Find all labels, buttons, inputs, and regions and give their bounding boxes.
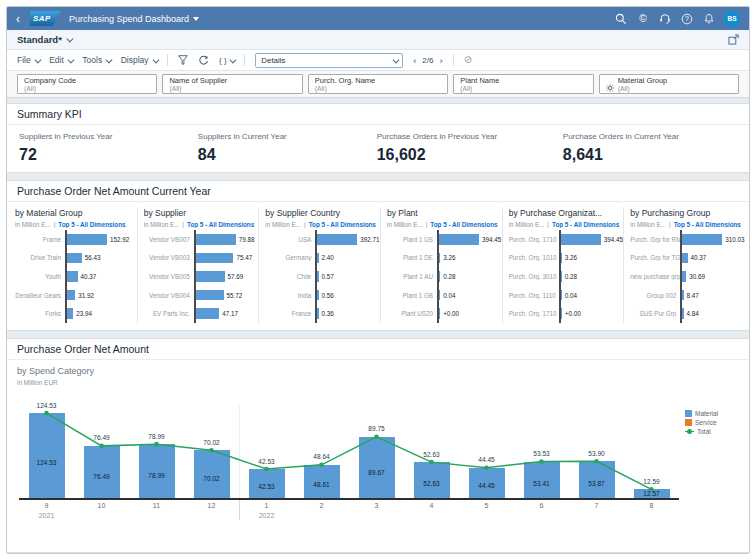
menu-edit[interactable]: Edit bbox=[49, 55, 72, 65]
filter-name-of-supplier[interactable]: Name of Supplier(All) bbox=[162, 74, 302, 94]
menu-display[interactable]: Display bbox=[121, 55, 157, 65]
mini-bar[interactable] bbox=[439, 234, 479, 245]
menu-tools[interactable]: Tools bbox=[82, 55, 110, 65]
mini-category-label: new purchase grp bbox=[630, 273, 680, 280]
mini-category-label: Purch. Grp for RM bbox=[630, 236, 680, 243]
mini-bar[interactable] bbox=[682, 253, 687, 264]
mini-bar[interactable] bbox=[67, 271, 78, 282]
mini-bar[interactable] bbox=[317, 253, 318, 264]
mini-bar-track: 47.17 bbox=[194, 304, 256, 323]
help-icon[interactable]: ? bbox=[680, 12, 694, 26]
mini-value-label: 3.26 bbox=[443, 254, 455, 261]
mini-bar[interactable] bbox=[317, 271, 318, 282]
top5-all-dimensions-link[interactable]: Top 5 - All Dimensions bbox=[430, 221, 497, 228]
mini-category-label: Chile bbox=[265, 273, 315, 280]
mini-bar[interactable] bbox=[67, 234, 107, 245]
mini-bar[interactable] bbox=[317, 290, 318, 301]
mini-bar-track: 3.26 bbox=[559, 249, 621, 268]
headset-icon[interactable] bbox=[658, 12, 672, 26]
filter-material-group[interactable]: Material Group(All) bbox=[599, 74, 739, 94]
mini-bar[interactable] bbox=[561, 308, 562, 319]
mini-category-label: France bbox=[265, 310, 315, 317]
mini-bar[interactable] bbox=[196, 253, 234, 264]
mini-bar[interactable] bbox=[67, 308, 73, 319]
copilot-icon[interactable]: © bbox=[636, 12, 650, 26]
material-value-label: 48.61 bbox=[294, 481, 349, 488]
mini-bar[interactable] bbox=[561, 290, 562, 301]
mini-bar[interactable] bbox=[682, 234, 722, 245]
material-bar[interactable] bbox=[359, 437, 395, 498]
mini-bar[interactable] bbox=[67, 253, 82, 264]
mini-category-label: Plant 1 US bbox=[387, 236, 437, 243]
mini-bar-row: Frame152.92 bbox=[15, 230, 134, 249]
mini-chart-title: by Material Group bbox=[15, 208, 134, 218]
search-icon[interactable] bbox=[614, 12, 628, 26]
mini-category-label: Purch. Org. 1710 bbox=[509, 310, 559, 317]
mini-value-label: 394.45 bbox=[604, 236, 623, 243]
mini-bar[interactable] bbox=[196, 290, 224, 301]
mini-bar[interactable] bbox=[682, 271, 686, 282]
top5-all-dimensions-link[interactable]: Top 5 - All Dimensions bbox=[187, 221, 254, 228]
mini-chart-title: by Plant bbox=[387, 208, 499, 218]
top5-all-dimensions-link[interactable]: Top 5 - All Dimensions bbox=[309, 221, 376, 228]
mini-bar[interactable] bbox=[682, 308, 683, 319]
mini-bar[interactable] bbox=[439, 290, 440, 301]
kpi-tile[interactable]: Suppliers in Previous Year72 bbox=[19, 132, 198, 164]
mini-bar[interactable] bbox=[439, 308, 440, 319]
top5-all-dimensions-link[interactable]: Top 5 - All Dimensions bbox=[674, 221, 741, 228]
refresh-icon[interactable] bbox=[198, 55, 209, 66]
year-labels: 20212022 bbox=[19, 511, 679, 522]
mini-value-label: 0.36 bbox=[322, 310, 334, 317]
avatar[interactable]: BS bbox=[724, 11, 740, 27]
mini-bar[interactable] bbox=[196, 308, 220, 319]
mini-bar[interactable] bbox=[439, 271, 440, 282]
filter-plant-name[interactable]: Plant Name(All) bbox=[453, 74, 593, 94]
mini-bar[interactable] bbox=[439, 253, 440, 264]
material-value-label: 124.53 bbox=[19, 459, 74, 466]
total-value-label: 42.53 bbox=[239, 458, 294, 465]
material-bar[interactable] bbox=[139, 444, 175, 498]
next-page-icon[interactable]: › bbox=[439, 55, 442, 66]
top5-all-dimensions-link[interactable]: Top 5 - All Dimensions bbox=[58, 221, 125, 228]
disabled-icon: ⊘ bbox=[464, 55, 472, 65]
kpi-tile[interactable]: Purchase Orders in Current Year8,641 bbox=[563, 132, 749, 164]
back-icon[interactable]: ‹ bbox=[16, 13, 20, 25]
filter-purch-org-name[interactable]: Purch. Org. Name(All) bbox=[308, 74, 448, 94]
mini-bar[interactable] bbox=[196, 271, 225, 282]
variant-selector[interactable]: Standard* bbox=[17, 34, 71, 45]
mini-bar[interactable] bbox=[317, 234, 357, 245]
divider bbox=[167, 54, 168, 66]
details-dropdown[interactable]: Details bbox=[255, 53, 403, 68]
mini-bar[interactable] bbox=[561, 271, 562, 282]
mini-bar-track: 0.36 bbox=[315, 304, 377, 323]
filter-company-code[interactable]: Company Code(All) bbox=[17, 74, 157, 94]
kpi-tile[interactable]: Purchase Orders in Previous Year16,602 bbox=[377, 132, 563, 164]
mini-bar[interactable] bbox=[682, 290, 683, 301]
mini-category-label: Purch. Org. 1710 bbox=[509, 236, 559, 243]
mini-value-label: 0.28 bbox=[565, 273, 577, 280]
top5-all-dimensions-link[interactable]: Top 5 - All Dimensions bbox=[552, 221, 619, 228]
net-amount-title: Purchase Order Net Amount bbox=[7, 339, 749, 360]
legend-item-service[interactable]: Service bbox=[685, 419, 743, 426]
kpi-tile[interactable]: Suppliers in Current Year84 bbox=[198, 132, 377, 164]
legend-item-material[interactable]: Material bbox=[685, 410, 743, 417]
open-in-new-icon[interactable] bbox=[728, 31, 739, 49]
material-bar[interactable] bbox=[29, 413, 65, 498]
menu-file[interactable]: File bbox=[17, 55, 39, 65]
legend-item-total[interactable]: Total bbox=[685, 428, 743, 435]
mini-bar[interactable] bbox=[561, 234, 601, 245]
code-icon[interactable]: { } bbox=[219, 56, 234, 65]
mini-bar[interactable] bbox=[317, 308, 318, 319]
mini-bar-row: Chile0.57 bbox=[265, 267, 377, 286]
app-title-menu[interactable]: Purchasing Spend Dashboard bbox=[69, 14, 199, 24]
notifications-icon[interactable] bbox=[702, 12, 716, 26]
mini-category-label: Purch. Org. 3010 bbox=[509, 273, 559, 280]
material-bar[interactable] bbox=[84, 446, 120, 498]
filter-icon[interactable] bbox=[178, 55, 188, 65]
mini-bar-track: 0.28 bbox=[437, 267, 499, 286]
prev-page-icon[interactable]: ‹ bbox=[413, 55, 416, 66]
mini-bar[interactable] bbox=[196, 234, 236, 245]
mini-bar[interactable] bbox=[67, 290, 75, 301]
mini-bar[interactable] bbox=[561, 253, 562, 264]
total-value-label: 53.90 bbox=[569, 450, 624, 457]
